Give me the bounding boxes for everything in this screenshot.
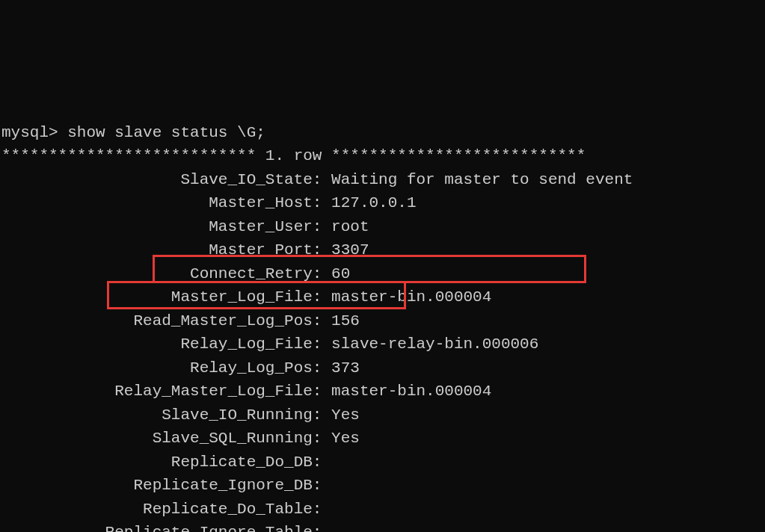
status-row: Slave_IO_Running: Yes: [1, 403, 765, 427]
status-row: Replicate_Ignore_Table:: [1, 521, 765, 532]
status-row: Master_Log_File: master-bin.000004: [1, 285, 765, 309]
status-fields: Slave_IO_State: Waiting for master to se…: [1, 168, 765, 533]
status-row: Master_User: root: [1, 215, 765, 239]
status-row: Read_Master_Log_Pos: 156: [1, 309, 765, 333]
status-row: Relay_Log_Pos: 373: [1, 356, 765, 380]
status-row: Connect_Retry: 60: [1, 262, 765, 286]
status-row: Replicate_Do_Table:: [1, 498, 765, 522]
status-row: Master_Port: 3307: [1, 238, 765, 262]
mysql-prompt: mysql>: [1, 124, 58, 141]
status-row: Slave_IO_State: Waiting for master to se…: [1, 168, 765, 192]
command-text: show slave status \G;: [67, 124, 265, 141]
terminal-output[interactable]: mysql> show slave status \G; ***********…: [0, 94, 765, 532]
status-row: Slave_SQL_Running: Yes: [1, 427, 765, 451]
status-row: Relay_Log_File: slave-relay-bin.000006: [1, 332, 765, 356]
status-row: Replicate_Do_DB:: [1, 451, 765, 474]
row-header: *************************** 1. row *****…: [1, 147, 586, 164]
status-row: Relay_Master_Log_File: master-bin.000004: [1, 380, 765, 403]
status-row: Replicate_Ignore_DB:: [1, 474, 765, 498]
status-row: Master_Host: 127.0.0.1: [1, 191, 765, 215]
